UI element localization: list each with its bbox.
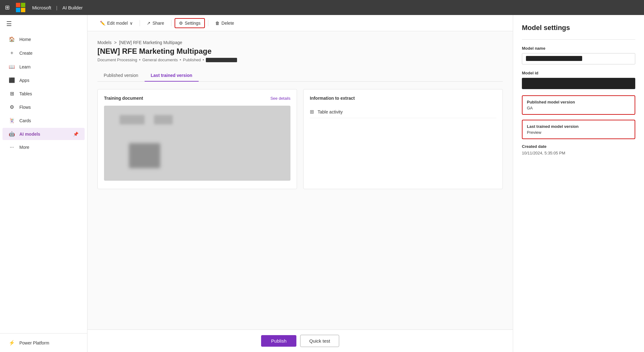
last-trained-label: Last trained model version bbox=[527, 124, 630, 129]
grid-icon[interactable]: ⊞ bbox=[5, 4, 10, 11]
breadcrumb-parent[interactable]: Models bbox=[97, 40, 111, 45]
flows-icon: ⚙ bbox=[9, 104, 15, 110]
sidebar: ☰ 🏠 Home ＋ Create 📖 Learn ⬛ Apps ⊞ Table… bbox=[0, 15, 87, 352]
tab-last-trained[interactable]: Last trained version bbox=[145, 70, 199, 82]
apps-icon: ⬛ bbox=[9, 77, 15, 83]
delete-label: Delete bbox=[221, 21, 234, 26]
info-item-table-activity: ⊞ Table activity bbox=[310, 106, 496, 118]
ai-models-icon: 🤖 bbox=[9, 131, 15, 137]
last-trained-version-section: Last trained model version Preview bbox=[522, 120, 635, 139]
meta-doc-kind: General documents bbox=[142, 58, 178, 62]
toolbar-sep1 bbox=[140, 20, 140, 26]
topbar: ⊞ Microsoft | AI Builder bbox=[0, 0, 644, 15]
delete-button[interactable]: 🗑 Delete bbox=[211, 19, 238, 28]
settings-button[interactable]: ⚙ Settings bbox=[175, 18, 205, 28]
sidebar-item-home[interactable]: 🏠 Home bbox=[2, 33, 85, 45]
sidebar-item-create-label: Create bbox=[19, 51, 32, 56]
panel-divider bbox=[522, 39, 635, 40]
page-meta: Document Processing • General documents … bbox=[97, 58, 503, 62]
share-icon: ↗ bbox=[147, 21, 151, 26]
info-extract-card: Information to extract ⊞ Table activity bbox=[303, 89, 503, 189]
pin-icon: 📌 bbox=[73, 132, 78, 137]
training-blurred-preview bbox=[104, 106, 290, 181]
sidebar-item-more-label: More bbox=[19, 145, 29, 150]
toolbar: ✏️ Edit model ∨ ↗ Share ⚙ Settings 🗑 Del… bbox=[87, 15, 513, 31]
topbar-product: AI Builder bbox=[62, 5, 83, 10]
sidebar-item-flows-label: Flows bbox=[19, 105, 31, 110]
meta-sep3: • bbox=[203, 58, 204, 62]
blur-shape-1 bbox=[120, 115, 145, 124]
training-document-card: Training document See details bbox=[97, 89, 297, 189]
breadcrumb: Models > [NEW] RFE Marketing Multipage bbox=[97, 40, 503, 45]
tables-icon: ⊞ bbox=[9, 91, 15, 97]
learn-icon: 📖 bbox=[9, 64, 15, 70]
main-content: ✏️ Edit model ∨ ↗ Share ⚙ Settings 🗑 Del… bbox=[87, 15, 513, 352]
info-item-label: Table activity bbox=[318, 109, 343, 114]
share-label: Share bbox=[152, 21, 164, 26]
edit-model-button[interactable]: ✏️ Edit model ∨ bbox=[96, 19, 136, 28]
model-name-label: Model name bbox=[522, 46, 635, 51]
breadcrumb-sep: > bbox=[114, 40, 116, 45]
right-panel: Model settings Model name Model id Publi… bbox=[513, 15, 644, 352]
sidebar-item-home-label: Home bbox=[19, 37, 31, 42]
model-id-redacted bbox=[526, 81, 632, 86]
topbar-company: Microsoft bbox=[32, 5, 51, 10]
edit-chevron: ∨ bbox=[130, 21, 133, 26]
table-icon: ⊞ bbox=[310, 109, 314, 115]
delete-icon: 🗑 bbox=[215, 21, 220, 26]
published-version-label: Published model version bbox=[527, 100, 630, 104]
cards-grid: Training document See details Informatio… bbox=[97, 89, 503, 189]
action-bar: Publish Quick test bbox=[87, 329, 513, 352]
sidebar-item-ai-models[interactable]: 🤖 AI models 📌 bbox=[2, 128, 85, 140]
publish-button[interactable]: Publish bbox=[261, 335, 296, 347]
model-id-label: Model id bbox=[522, 71, 635, 75]
content-area: Models > [NEW] RFE Marketing Multipage [… bbox=[87, 31, 513, 329]
meta-sep2: • bbox=[180, 58, 181, 62]
training-card-header: Training document See details bbox=[104, 96, 290, 101]
meta-sep1: • bbox=[139, 58, 141, 62]
sidebar-item-flows[interactable]: ⚙ Flows bbox=[2, 101, 85, 113]
home-icon: 🏠 bbox=[9, 36, 15, 42]
info-card-title: Information to extract bbox=[310, 96, 355, 101]
cards-icon: 🃏 bbox=[9, 118, 15, 123]
settings-label: Settings bbox=[185, 21, 201, 26]
model-name-box[interactable] bbox=[522, 53, 635, 64]
model-id-box bbox=[522, 78, 635, 89]
share-button[interactable]: ↗ Share bbox=[143, 19, 168, 28]
sidebar-item-tables-label: Tables bbox=[19, 91, 32, 96]
sidebar-item-apps[interactable]: ⬛ Apps bbox=[2, 74, 85, 86]
sidebar-item-learn-label: Learn bbox=[19, 64, 31, 69]
sidebar-item-ai-models-label: AI models bbox=[19, 132, 40, 137]
see-details-link[interactable]: See details bbox=[270, 96, 290, 101]
panel-title: Model settings bbox=[522, 24, 635, 32]
created-date-label: Created date bbox=[522, 144, 635, 149]
model-name-redacted bbox=[526, 56, 582, 61]
settings-icon: ⚙ bbox=[179, 21, 183, 26]
create-icon: ＋ bbox=[9, 50, 15, 56]
sidebar-item-more[interactable]: ··· More bbox=[2, 141, 85, 153]
power-platform-icon: ⚡ bbox=[9, 340, 15, 346]
sidebar-item-tables[interactable]: ⊞ Tables bbox=[2, 88, 85, 100]
breadcrumb-current: [NEW] RFE Marketing Multipage bbox=[119, 40, 182, 45]
blur-shape-2 bbox=[154, 115, 173, 124]
toolbar-sep2 bbox=[171, 20, 171, 26]
training-card-title: Training document bbox=[104, 96, 143, 101]
tab-published[interactable]: Published version bbox=[97, 70, 145, 82]
meta-status: Published bbox=[183, 58, 201, 62]
published-version-value: GA bbox=[527, 106, 630, 110]
sidebar-item-learn[interactable]: 📖 Learn bbox=[2, 61, 85, 73]
tabs: Published version Last trained version bbox=[97, 70, 503, 82]
published-version-section: Published model version GA bbox=[522, 95, 635, 115]
quick-test-button[interactable]: Quick test bbox=[300, 335, 339, 347]
info-card-header: Information to extract bbox=[310, 96, 496, 101]
meta-doc-type: Document Processing bbox=[97, 58, 137, 62]
sidebar-toggle[interactable]: ☰ bbox=[0, 15, 87, 33]
page-title: [NEW] RFE Marketing Multipage bbox=[97, 47, 503, 56]
sidebar-item-power-platform[interactable]: ⚡ Power Platform bbox=[2, 337, 85, 349]
sidebar-item-create[interactable]: ＋ Create bbox=[2, 47, 85, 59]
created-date-value: 10/11/2024, 5:35:05 PM bbox=[522, 151, 635, 155]
sidebar-item-cards[interactable]: 🃏 Cards bbox=[2, 114, 85, 127]
more-icon: ··· bbox=[9, 144, 15, 150]
blur-shape-3 bbox=[129, 143, 160, 168]
toolbar-sep3 bbox=[208, 20, 208, 26]
